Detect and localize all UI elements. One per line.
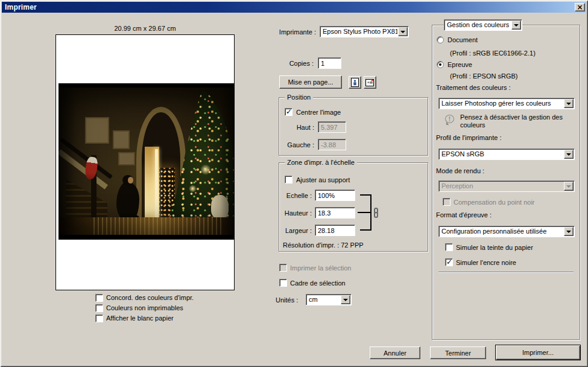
panel-separator (438, 272, 574, 272)
height-input[interactable] (315, 208, 355, 218)
link-bracket (360, 229, 371, 231)
page-setup-label: Mise en page... (288, 78, 333, 86)
link-bracket (358, 212, 371, 213)
center-image-label: Centrer l'image (296, 109, 341, 116)
done-button[interactable]: Terminer (430, 346, 486, 359)
preview-photo (58, 83, 234, 240)
proof-setup-value: Configuration personnalisée utilisée (441, 228, 563, 235)
color-handling-value: Laisser Photoshop gérer les couleurs (441, 100, 563, 107)
show-paper-white-label: Afficher le blanc papier (106, 314, 174, 322)
printer-profile-select[interactable]: EPSON sRGB (438, 148, 575, 160)
portrait-orientation-icon (351, 78, 359, 87)
warning-icon: ! (445, 115, 455, 124)
width-field (315, 225, 355, 236)
title-bar[interactable]: Imprimer × (2, 2, 586, 13)
proof-radio[interactable] (437, 61, 444, 68)
proof-setup-label: Format d'épreuve : (436, 211, 492, 219)
print-button[interactable]: Imprimer... (495, 345, 581, 360)
check-icon: ✓ (286, 107, 292, 116)
printer-profile-value: EPSON sRGB (441, 150, 563, 158)
document-radio[interactable] (437, 36, 444, 43)
units-label: Unités : (276, 296, 298, 304)
match-print-colors-checkbox[interactable] (95, 294, 103, 302)
radio-dot (439, 63, 441, 66)
print-resolution-label: Résolution d'impr. : 72 PPP (283, 241, 364, 249)
printer-label: Imprimante : (265, 28, 316, 36)
portrait-orientation-button[interactable] (349, 76, 361, 89)
match-print-colors-label: Concord. des couleurs d'impr. (106, 294, 194, 302)
chain-link-icon (374, 212, 378, 218)
printer-value: Epson Stylus Photo PX810... (323, 28, 397, 36)
fit-media-label: Ajuster au support (296, 176, 350, 184)
check-icon: ✓ (446, 258, 452, 266)
chevron-down-icon (566, 103, 571, 105)
color-handling-select[interactable]: Laisser Photoshop gérer les couleurs (438, 98, 575, 109)
landscape-orientation-icon (365, 78, 375, 86)
landscape-orientation-button[interactable] (364, 76, 376, 89)
proof-profile-label: (Profil : EPSON sRGB) (450, 72, 517, 80)
window-title: Imprimer (5, 3, 37, 11)
proof-radio-label: Epreuve (447, 61, 472, 69)
print-selection-checkbox (279, 264, 287, 272)
left-position-field (318, 139, 346, 150)
chevron-down-icon (566, 153, 571, 156)
link-icon (373, 208, 379, 218)
printer-dropdown-button[interactable] (398, 27, 408, 36)
fit-media-checkbox[interactable] (285, 176, 292, 183)
chevron-down-icon (566, 185, 571, 188)
top-position-label: Haut : (274, 124, 314, 132)
copies-input[interactable] (318, 58, 341, 68)
simulate-paper-label: Simuler la teinte du papier (456, 244, 533, 252)
scale-input[interactable] (315, 190, 355, 200)
width-input[interactable] (315, 225, 355, 235)
done-label: Terminer (445, 349, 471, 357)
top-position-field (318, 121, 346, 133)
rendering-intent-dropdown-button (564, 182, 574, 191)
warning-glyph: ! (449, 116, 450, 123)
photo-vignette (58, 88, 234, 235)
chevron-down-icon (400, 31, 405, 33)
scaled-print-group-title: Zone d'impr. à l'échelle (285, 159, 357, 167)
print-size-label: 20.99 cm x 29.67 cm (55, 25, 235, 33)
printer-profile-dropdown-button[interactable] (564, 150, 574, 159)
cancel-label: Annuler (384, 349, 406, 357)
print-dialog: Imprimer × 20.99 cm x 29.67 cm (0, 0, 588, 367)
left-position-label: Gauche : (274, 141, 314, 149)
black-point-checkbox (443, 198, 450, 206)
top-position-input[interactable] (318, 122, 346, 132)
panel-mode-dropdown-button[interactable] (511, 21, 521, 30)
printer-profile-label: Profil de l'imprimante : (436, 134, 501, 142)
center-image-checkbox[interactable]: ✓ (285, 108, 292, 116)
copies-field (318, 57, 341, 69)
page-setup-button[interactable]: Mise en page... (279, 75, 342, 89)
simulate-ink-checkbox[interactable]: ✓ (445, 258, 453, 266)
units-select[interactable]: cm (306, 294, 352, 305)
black-point-label: Compensation du point noir (454, 199, 535, 206)
close-icon: × (577, 4, 583, 10)
panel-mode-value: Gestion des couleurs (447, 21, 511, 29)
photo-scene (58, 88, 234, 235)
panel-mode-select[interactable]: Gestion des couleurs (444, 19, 522, 31)
chevron-down-icon (514, 24, 519, 27)
show-paper-white-checkbox[interactable] (95, 314, 103, 322)
proof-setup-select[interactable]: Configuration personnalisée utilisée (438, 226, 575, 237)
units-value: cm (309, 296, 340, 304)
color-management-warning: Pensez à désactiver la gestion des coule… (460, 113, 570, 129)
selection-frame-checkbox[interactable] (279, 279, 287, 287)
copies-label: Copies : (265, 60, 314, 68)
rendering-intent-label: Mode de rendu : (436, 167, 484, 175)
print-selection-label: Imprimer la sélection (290, 264, 351, 272)
left-position-input[interactable] (318, 139, 346, 150)
close-button[interactable]: × (575, 3, 585, 11)
warning-tail (446, 122, 450, 126)
color-handling-dropdown-button[interactable] (564, 99, 574, 108)
scale-label: Echelle : (265, 192, 312, 200)
gamut-warning-checkbox[interactable] (95, 304, 103, 312)
printer-select[interactable]: Epson Stylus Photo PX810... (320, 26, 409, 37)
document-radio-label: Document (447, 36, 478, 44)
cancel-button[interactable]: Annuler (370, 346, 420, 359)
simulate-ink-label: Simuler l'encre noire (456, 259, 516, 267)
simulate-paper-checkbox[interactable] (445, 243, 453, 251)
proof-setup-dropdown-button[interactable] (564, 227, 574, 236)
units-dropdown-button[interactable] (341, 295, 350, 304)
